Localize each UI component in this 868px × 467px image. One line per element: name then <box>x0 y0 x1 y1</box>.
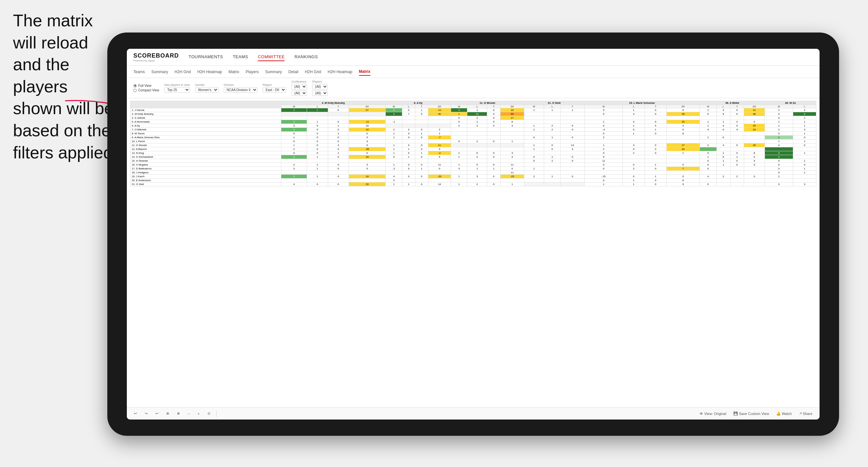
nav-committee[interactable]: COMMITTEE <box>258 53 285 61</box>
minus-button[interactable]: − <box>186 411 191 416</box>
table-row: 17. D Ballesteros 3105 -2010 3110 1 0207… <box>130 167 816 171</box>
gender-filter: Gender Women's <box>195 83 219 93</box>
view-original-button[interactable]: 👁 View: Original <box>698 411 728 416</box>
matrix-table: 2. M Kelly Mulcahy 6. A Dy 11. G Woods 2… <box>130 101 816 186</box>
players-select2[interactable]: (All) <box>312 90 328 96</box>
table-row: 1. J Garcia 31027 301-11 41010 111 0106 … <box>130 108 816 112</box>
player-name: 15. H Stranda <box>130 159 281 163</box>
player-name: 2. M Kelly Mulcahy <box>130 112 281 116</box>
division-label: Division <box>224 83 257 87</box>
player-name: 3. S Jelinek <box>130 116 281 120</box>
back-button[interactable]: ↩ <box>154 411 160 416</box>
full-view-option[interactable]: Full View <box>133 84 159 88</box>
share-button[interactable]: ↗ Share <box>797 411 814 416</box>
main-content[interactable]: 2. M Kelly Mulcahy 6. A Dy 11. G Woods 2… <box>127 98 819 407</box>
subnav-h2hheatmap1[interactable]: H2H Heatmap <box>197 68 222 75</box>
sub-w5: W <box>584 105 623 108</box>
table-row: 16. X Mcgaha 2103 10011 10011 0010 0103 … <box>130 163 816 167</box>
watch-button[interactable]: 🔔 Watch <box>774 411 794 416</box>
subnav-players[interactable]: Players <box>246 68 258 75</box>
player-name: 7. O Mitchell <box>130 128 281 132</box>
col-header-stoll: 21. O Stoll <box>524 101 584 105</box>
region-select[interactable]: East - DII <box>263 87 286 93</box>
subnav-matrix1[interactable]: Matrix <box>229 68 239 75</box>
player-name: 6. A Dy <box>130 124 281 128</box>
players-label: Players <box>312 80 328 83</box>
subnav-teams[interactable]: Teams <box>133 68 145 75</box>
player-name: 17. D Ballesteros <box>130 167 281 171</box>
plus-button[interactable]: + <box>195 411 201 416</box>
nav-teams[interactable]: TEAMS <box>233 53 248 61</box>
player-name: 9. A Maria Jimenez Rios <box>130 135 281 139</box>
subnav-summary2[interactable]: Summary <box>265 68 282 75</box>
redo-button[interactable]: ↪ <box>143 411 150 416</box>
player-name: 1. J Garcia <box>130 108 281 112</box>
col-header-za: 60. W Za <box>765 101 816 105</box>
region-filter: Region East - DII <box>263 83 286 93</box>
conference-select1[interactable]: (All) <box>291 84 307 89</box>
player-name: 20. E Andersson <box>130 179 281 182</box>
sub-w7: W <box>765 105 793 108</box>
nav-tournaments[interactable]: TOURNAMENTS <box>189 53 223 61</box>
sub-dif2: Dif <box>428 105 451 108</box>
nav-items: TOURNAMENTS TEAMS COMMITTEE RANKINGS <box>189 53 318 61</box>
sub-dif5: Dif <box>666 105 700 108</box>
sub-t4: T <box>560 105 584 108</box>
division-select[interactable]: NCAA Division II <box>224 87 257 93</box>
save-icon: 💾 <box>733 411 738 416</box>
table-row: 12. A Bianchi 200-58 1104 103 20040 <box>130 147 816 151</box>
table-row: 15. H Stranda 020 11 0103 01 <box>130 159 816 163</box>
conference-select2[interactable]: (All) <box>291 90 307 96</box>
undo-button[interactable]: ↩ <box>132 411 139 416</box>
players-filter: Players (All) (All) <box>312 80 328 96</box>
col-header-mulcahy: 2. M Kelly Mulcahy <box>281 101 385 105</box>
player-name: 12. A Bianchi <box>130 147 281 151</box>
sub-w3: W <box>451 105 467 108</box>
table-row: 10. L Perini 0003 0201 11 <box>130 139 816 144</box>
table-row: 6. A Dy 30118 2203 120 0140 14025 11 <box>130 124 816 128</box>
zoom-in-button[interactable]: ⊕ <box>164 411 171 416</box>
subnav-h2hgrid2[interactable]: H2H Grid <box>305 68 321 75</box>
table-row: 11. G Woods 1040 14011 1014 14017 24020 … <box>130 144 816 147</box>
subnav-summary1[interactable]: Summary <box>151 68 168 75</box>
toolbar-separator <box>216 410 217 417</box>
eye-icon: 👁 <box>700 412 703 416</box>
tablet-frame: SCOREBOARD Powered by clippd TOURNAMENTS… <box>107 33 839 436</box>
sub-w4: W <box>524 105 544 108</box>
col-header-schumac: 23. L Marie Schumac <box>584 101 700 105</box>
division-filter: Division NCAA Division II <box>224 83 257 93</box>
gender-select[interactable]: Women's <box>195 87 219 93</box>
sub-dif6: Dif <box>744 105 765 108</box>
player-name: 8. M Torres <box>130 132 281 135</box>
table-row: 3. S Jelinek 02017 01 <box>130 116 816 120</box>
table-row: 8. M Torres 0010 1012 0108 01 <box>130 132 816 135</box>
subnav-matrix2[interactable]: Matrix <box>359 68 370 76</box>
share-icon: ↗ <box>799 411 802 416</box>
sub-l6: L <box>716 105 730 108</box>
refresh-button[interactable]: ⊙ <box>206 411 212 416</box>
max-players-select[interactable]: Top 25 <box>164 87 190 93</box>
top-nav: SCOREBOARD Powered by clippd TOURNAMENTS… <box>127 49 819 66</box>
watch-icon: 🔔 <box>776 411 781 416</box>
subnav-h2hheatmap2[interactable]: H2H Heatmap <box>328 68 352 75</box>
col-header-ady: 6. A Dy <box>386 101 451 105</box>
player-name: 5. A Nomrowski <box>130 120 281 124</box>
subnav-h2hgrid1[interactable]: H2H Grid <box>175 68 191 75</box>
save-custom-button[interactable]: 💾 Save Custom View <box>732 411 771 416</box>
compact-view-radio[interactable] <box>133 89 136 92</box>
table-row: 13. N Klug 0010 101-2 1003 0201 0108 01 <box>130 151 816 155</box>
full-view-radio[interactable] <box>133 84 136 88</box>
player-name: 10. L Perini <box>130 139 281 144</box>
players-select1[interactable]: (All) <box>312 84 328 89</box>
subnav-detail[interactable]: Detail <box>288 68 299 75</box>
compact-view-option[interactable]: Compact View <box>133 89 159 92</box>
zoom-out-button[interactable]: ⊕ <box>175 411 182 416</box>
sub-l4: L <box>544 105 560 108</box>
table-row: 2. M Kelly Mulcahy 07040 110050 04035 06… <box>130 112 816 116</box>
sub-l3: L <box>467 105 487 108</box>
gender-label: Gender <box>195 83 219 87</box>
nav-rankings[interactable]: RANKINGS <box>294 53 318 61</box>
sub-l7: L <box>793 105 816 108</box>
table-row: 19. J Karrh 31018 400-20 130-25 210 -150… <box>130 175 816 179</box>
table-row: 21. O Stoll 40033 11014 1201 1109 0 03 <box>130 182 816 186</box>
